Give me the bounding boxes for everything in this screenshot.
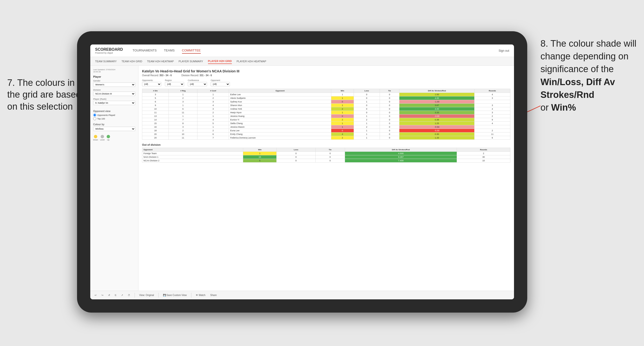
- toolbar-arrow[interactable]: ↗: [120, 293, 124, 297]
- sidebar-division-select[interactable]: NCAA Division III: [93, 92, 135, 96]
- legend-up: Up: [107, 135, 110, 141]
- nav-sign-out[interactable]: Sign out: [498, 49, 509, 52]
- radio-opponents-played[interactable]: Opponents Played: [93, 114, 135, 117]
- cell-reg: 1: [168, 93, 198, 96]
- cell-tie: 0: [380, 111, 400, 114]
- ood-cell-rounds: 10: [457, 159, 510, 163]
- conference-select[interactable]: (All): [188, 82, 207, 86]
- ood-cell-tie: 0: [316, 152, 345, 155]
- cell-conf: 2: [198, 96, 229, 100]
- cell-reg: 7: [168, 118, 198, 122]
- cell-win: 1: [331, 104, 354, 107]
- cell-tie: 0: [380, 133, 400, 136]
- ood-cell-win: 1: [243, 152, 276, 155]
- subnav-player-h2h-heatmap[interactable]: PLAYER H2H HEATMAP: [237, 59, 266, 64]
- tablet-screen: SCOREBOARD Powered by clippd TOURNAMENTS…: [90, 44, 514, 299]
- cell-diff: -0.94: [400, 125, 474, 129]
- main-content: Last Updated: 27/03/2024 16:55:38 Player…: [90, 66, 514, 291]
- ood-cell-tie: 0: [316, 155, 345, 159]
- ood-cell-loss: 0: [276, 155, 316, 159]
- sidebar-gender-select[interactable]: Women's: [93, 82, 135, 87]
- ood-th-loss: Loss: [276, 148, 316, 152]
- cell-conf: 6: [198, 133, 229, 136]
- annotation-right-bold3: Win%: [551, 102, 576, 113]
- nav-teams[interactable]: TEAMS: [164, 48, 175, 54]
- toolbar-forward[interactable]: ↺: [107, 293, 112, 297]
- toolbar-view-original[interactable]: View: Original: [138, 293, 156, 297]
- cell-reg: 3: [168, 100, 198, 104]
- table-row: 11 11 2 Heejo Hyun 1 0 0 3.33 3: [142, 111, 510, 114]
- opponents-select[interactable]: (All): [142, 82, 161, 86]
- legend-level-label: Level: [100, 139, 104, 141]
- sidebar-colour-by-select[interactable]: Win/loss: [93, 127, 135, 131]
- bottom-toolbar: ↩ ↪ ↺ ⎘ ↗ ⏱ View: Original 💾 Save Custom…: [90, 291, 514, 299]
- sub-nav: TEAM SUMMARY TEAM H2H GRID TEAM H2H HEAT…: [90, 57, 514, 66]
- sidebar-player-rank-label: Player (Rank): [93, 98, 135, 100]
- opponent-select[interactable]: (All): [211, 82, 230, 86]
- cell-rounds: 4: [474, 107, 510, 111]
- cell-conf: 1: [198, 114, 229, 118]
- sidebar-player-rank-select[interactable]: 8. Katelyn Vo: [93, 101, 135, 105]
- toolbar-watch[interactable]: 👁 Watch: [194, 293, 207, 297]
- ood-th-win: Win: [243, 148, 276, 152]
- cell-reg: 1: [168, 104, 198, 107]
- annotation-left: 7. The colours in the grid are based on …: [7, 77, 89, 113]
- cell-opponent: Stella Cheng: [229, 122, 331, 125]
- cell-tie: 0: [380, 114, 400, 118]
- subnav-player-summary[interactable]: PLAYER SUMMARY: [179, 59, 203, 64]
- legend-down: Down: [93, 135, 98, 141]
- cell-reg: 2: [168, 129, 198, 133]
- subnav-team-summary[interactable]: TEAM SUMMARY: [95, 59, 117, 64]
- filters-row: Opponents: (All) Region (All) Conference: [142, 79, 510, 86]
- cell-loss: 1: [354, 133, 380, 136]
- nav-tournaments[interactable]: TOURNAMENTS: [133, 48, 157, 54]
- subnav-player-h2h-grid[interactable]: PLAYER H2H GRID: [208, 59, 232, 64]
- toolbar-divider3: [191, 293, 192, 298]
- region-select[interactable]: (All): [165, 82, 184, 86]
- toolbar-copy[interactable]: ⎘: [114, 293, 118, 297]
- toolbar-save-custom[interactable]: 💾 Save Custom View: [162, 293, 188, 297]
- subnav-team-h2h-grid[interactable]: TEAM H2H GRID: [122, 59, 142, 64]
- legend-down-circle: [94, 135, 97, 138]
- cell-conf: 1: [198, 125, 229, 129]
- cell-loss: 0: [354, 107, 380, 111]
- cell-opponent: Jessica Mason: [229, 125, 331, 129]
- filter-conference: Conference (All): [188, 79, 207, 86]
- nav-committee[interactable]: COMMITTEE: [182, 48, 201, 54]
- cell-loss: 1: [354, 114, 380, 118]
- nav-links: TOURNAMENTS TEAMS COMMITTEE: [133, 48, 498, 54]
- ood-table-row: Foreign Team 1 0 0 4.500 2: [142, 152, 510, 155]
- cell-tie: 0: [380, 136, 400, 140]
- legend-level-circle: [101, 135, 104, 138]
- cell-div: 16: [142, 125, 169, 129]
- cell-conf: 1: [198, 93, 229, 96]
- cell-rounds: 3: [474, 104, 510, 107]
- cell-opponent: Jessica Huang: [229, 114, 331, 118]
- toolbar-redo[interactable]: ↪: [100, 293, 105, 297]
- subnav-team-h2h-heatmap[interactable]: TEAM H2H HEATMAP: [147, 59, 174, 64]
- annotation-right-or: or: [540, 102, 549, 113]
- ood-th-diff: Diff Av Strokes/Rnd: [345, 148, 457, 152]
- cell-div: 20: [142, 133, 169, 136]
- legend: Down Level Up: [93, 135, 135, 141]
- th-reg: # Reg: [168, 89, 198, 93]
- table-row: 9 1 4 Sharon Mun 1 0 0 3.67 3: [142, 104, 510, 107]
- toolbar-undo[interactable]: ↩: [93, 293, 98, 297]
- toolbar-share[interactable]: Share: [209, 293, 218, 297]
- cell-tie: 0: [380, 104, 400, 107]
- cell-div: 10: [142, 107, 169, 111]
- cell-reg: 6: [168, 107, 198, 111]
- ood-cell-rounds: 30: [457, 155, 510, 159]
- cell-rounds: 2: [474, 114, 510, 118]
- cell-diff: 1.50: [400, 93, 474, 96]
- cell-loss: 2: [354, 125, 380, 129]
- cell-opponent: Emily Chang: [229, 133, 331, 136]
- cell-rounds: 2: [474, 129, 510, 133]
- cell-reg: 2: [168, 96, 198, 100]
- toolbar-time[interactable]: ⏱: [126, 293, 132, 297]
- cell-conf: 3: [198, 100, 229, 104]
- table-row: 10 6 3 Andrea York 2 0 0 4.00 4: [142, 107, 510, 111]
- filter-region: Region (All): [165, 79, 184, 86]
- radio-top100[interactable]: Top 100: [93, 117, 135, 120]
- cell-win: 1: [331, 111, 354, 114]
